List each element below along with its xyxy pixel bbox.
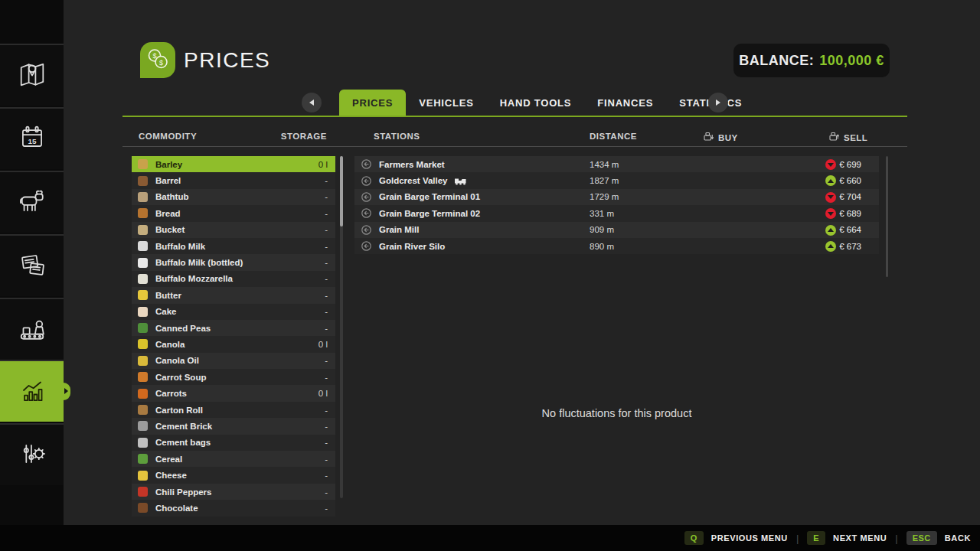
prices-app-icon: $ $ bbox=[140, 42, 175, 78]
station-row[interactable]: Grain Mill 909 m € 664 bbox=[354, 222, 879, 238]
tab-label: PRICES bbox=[352, 97, 393, 109]
sidebar-item-animals[interactable] bbox=[0, 171, 64, 233]
commodity-storage: - bbox=[325, 422, 328, 431]
commodity-row[interactable]: Bucket - bbox=[132, 222, 335, 238]
station-hotspot-icon[interactable] bbox=[361, 191, 372, 203]
commodity-icon bbox=[138, 372, 148, 382]
station-price: € 660 bbox=[839, 176, 861, 185]
commodity-icon bbox=[138, 389, 148, 399]
commodity-name: Cement Brick bbox=[155, 422, 212, 431]
commodity-name: Canola Oil bbox=[155, 356, 199, 365]
tab[interactable]: HAND TOOLS bbox=[487, 90, 585, 116]
sidebar-item-map[interactable] bbox=[0, 44, 64, 106]
station-hotspot-icon[interactable] bbox=[361, 224, 372, 236]
commodity-icon bbox=[138, 454, 148, 464]
commodity-name: Cement bags bbox=[155, 438, 211, 447]
commodity-row[interactable]: Cement Brick - bbox=[132, 418, 335, 434]
station-price: € 673 bbox=[839, 242, 861, 251]
station-hotspot-icon[interactable] bbox=[361, 207, 372, 219]
commodity-storage: - bbox=[325, 471, 328, 480]
commodity-row[interactable]: Cake - bbox=[132, 304, 335, 320]
commodity-icon bbox=[138, 503, 148, 513]
commodity-storage: - bbox=[325, 455, 328, 464]
column-header-stations: STATIONS bbox=[374, 132, 420, 141]
sidebar-item-contracts[interactable] bbox=[0, 234, 64, 296]
station-row[interactable]: Farmers Market 1434 m € 699 bbox=[354, 156, 879, 172]
commodity-storage: - bbox=[325, 406, 328, 415]
commodity-storage: - bbox=[325, 274, 328, 283]
commodity-icon bbox=[138, 241, 148, 251]
station-distance: 1827 m bbox=[590, 176, 619, 185]
commodity-row[interactable]: Carrots 0 l bbox=[132, 385, 335, 401]
station-price: € 664 bbox=[839, 225, 861, 234]
commodity-scrollbar[interactable] bbox=[340, 156, 343, 498]
sidebar-item-calendar[interactable]: 15 bbox=[0, 107, 64, 169]
station-price: € 704 bbox=[839, 192, 861, 201]
back-hint[interactable]: ESC BACK bbox=[906, 531, 971, 545]
station-hotspot-icon[interactable] bbox=[361, 175, 372, 187]
commodity-icon bbox=[138, 159, 148, 169]
station-name: Goldcrest Valley bbox=[379, 176, 448, 185]
column-header-sell: SELL bbox=[829, 132, 867, 143]
station-distance: 1434 m bbox=[590, 160, 619, 169]
sidebar-item-settings[interactable] bbox=[0, 423, 64, 485]
commodity-row[interactable]: Canola Oil - bbox=[132, 353, 335, 369]
tab-prev-arrow[interactable] bbox=[302, 93, 322, 112]
stations-scrollbar[interactable] bbox=[886, 156, 888, 277]
commodity-row[interactable]: Cement bags - bbox=[132, 435, 335, 451]
commodity-row[interactable]: Buffalo Milk (bottled) - bbox=[132, 254, 335, 270]
commodity-storage: 0 l bbox=[318, 160, 328, 169]
arrow-right-icon bbox=[716, 99, 720, 106]
tab[interactable]: FINANCES bbox=[584, 90, 666, 116]
tab[interactable]: VEHICLES bbox=[406, 90, 486, 116]
commodity-row[interactable]: Barley 0 l bbox=[132, 156, 335, 172]
commodity-row[interactable]: Carton Roll - bbox=[132, 402, 335, 418]
commodity-name: Bucket bbox=[155, 225, 185, 234]
commodity-icon bbox=[138, 356, 148, 366]
commodity-row[interactable]: Barrel - bbox=[132, 172, 335, 188]
commodity-row[interactable]: Cereal - bbox=[132, 451, 335, 467]
commodity-icon bbox=[138, 438, 148, 448]
commodity-row[interactable]: Cheese - bbox=[132, 467, 335, 483]
station-hotspot-icon[interactable] bbox=[361, 240, 372, 252]
animals-cow-icon bbox=[15, 184, 49, 221]
previous-menu-hint[interactable]: Q PREVIOUS MENU bbox=[684, 531, 788, 545]
commodity-row[interactable]: Bathtub - bbox=[132, 189, 335, 205]
commodity-name: Chili Peppers bbox=[155, 487, 212, 497]
previous-menu-label: PREVIOUS MENU bbox=[711, 533, 788, 543]
commodity-storage: - bbox=[325, 438, 328, 447]
cash-register-sell-icon bbox=[829, 132, 839, 143]
sell-label: SELL bbox=[844, 133, 867, 142]
commodity-row[interactable]: Canola 0 l bbox=[132, 336, 335, 352]
map-icon bbox=[15, 57, 49, 94]
commodity-storage: - bbox=[325, 373, 328, 382]
tab-next-arrow[interactable] bbox=[708, 93, 728, 112]
commodity-row[interactable]: Carrot Soup - bbox=[132, 369, 335, 385]
commodity-row[interactable]: Canned Peas - bbox=[132, 320, 335, 336]
commodity-row[interactable]: Chocolate - bbox=[132, 500, 335, 516]
next-menu-hint[interactable]: E NEXT MENU bbox=[807, 531, 887, 545]
commodity-row[interactable]: Chili Peppers - bbox=[132, 484, 335, 500]
trend-icon bbox=[825, 208, 836, 219]
commodity-name: Bread bbox=[155, 209, 181, 218]
station-hotspot-icon[interactable] bbox=[361, 158, 372, 170]
commodity-row[interactable]: Buffalo Milk - bbox=[132, 238, 335, 254]
commodity-name: Cereal bbox=[155, 455, 182, 464]
tab[interactable]: PRICES bbox=[339, 90, 406, 116]
trend-icon bbox=[825, 175, 836, 186]
prices-statistics-icon bbox=[15, 373, 49, 410]
commodity-scrollbar-thumb[interactable] bbox=[340, 156, 343, 227]
sidebar-item-production[interactable] bbox=[0, 298, 64, 360]
commodity-row[interactable]: Bread - bbox=[132, 205, 335, 221]
station-row[interactable]: Grain Barge Terminal 01 1729 m € 704 bbox=[354, 189, 879, 205]
commodity-row[interactable]: Buffalo Mozzarella - bbox=[132, 271, 335, 287]
station-row[interactable]: Goldcrest Valley 1827 m € 660 bbox=[354, 172, 879, 188]
arrow-left-icon bbox=[309, 99, 314, 106]
buy-label: BUY bbox=[718, 133, 738, 142]
commodity-icon bbox=[138, 192, 148, 202]
station-row[interactable]: Grain Barge Terminal 02 331 m € 689 bbox=[354, 205, 879, 221]
hint-separator: | bbox=[796, 533, 799, 544]
commodity-row[interactable]: Butter - bbox=[132, 287, 335, 303]
sidebar-item-prices-statistics[interactable] bbox=[0, 360, 64, 422]
station-row[interactable]: Grain River Silo 890 m € 673 bbox=[354, 238, 879, 254]
